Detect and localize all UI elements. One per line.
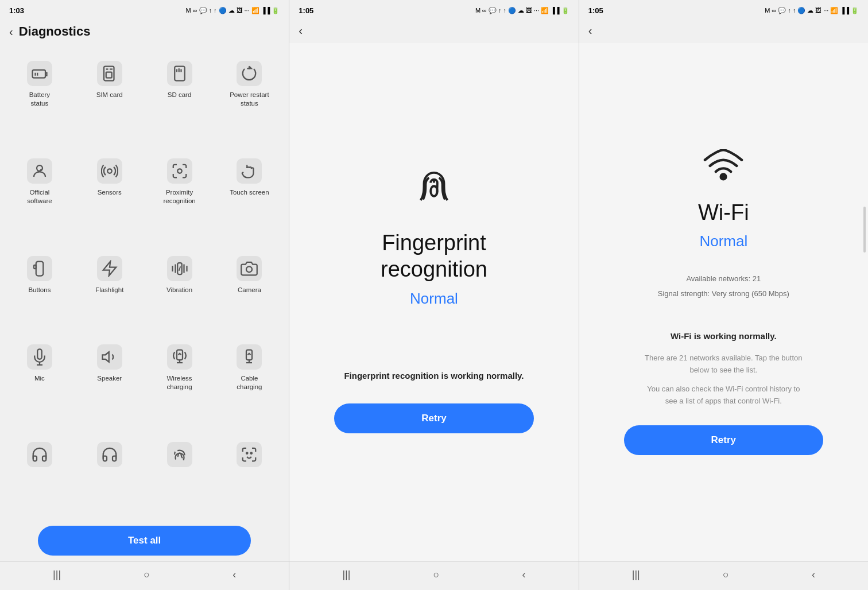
diag-camera[interactable]: Camera (214, 246, 284, 335)
bottom-nav-3: ||| ○ ‹ (579, 561, 868, 590)
back-button-1[interactable]: ‹ (9, 25, 13, 38)
recent-apps-button-3[interactable]: ||| (632, 569, 640, 581)
diag-touch-screen[interactable]: Touch screen (214, 148, 284, 246)
svg-rect-4 (106, 72, 111, 78)
power-restart-icon-box (237, 61, 262, 86)
diag-sim[interactable]: SIM card (75, 51, 145, 148)
wifi-desc-1: There are 21 networks available. Tap the… (643, 352, 804, 376)
diag-fingerprint[interactable] (145, 432, 215, 512)
cable-charging-label: Cablecharging (237, 374, 262, 391)
status-time-1: 1:03 (9, 6, 24, 15)
diag-vibration[interactable]: Vibration (145, 246, 215, 335)
diag-speaker[interactable]: Speaker (75, 334, 145, 432)
wifi-working-text: Wi-Fi is working normally. (671, 331, 777, 341)
wireless-charging-label: Wirelesscharging (167, 374, 192, 391)
official-icon-box (27, 158, 52, 184)
diag-headphones[interactable] (75, 432, 145, 512)
sim-icon-box (97, 61, 122, 86)
home-button[interactable]: ○ (144, 569, 150, 581)
svg-rect-14 (34, 265, 36, 268)
status-time-2: 1:05 (299, 6, 313, 15)
back-nav-button[interactable]: ‹ (232, 569, 236, 581)
earpiece-icon-box (27, 442, 52, 467)
page-title-1: Diagnostics (19, 24, 91, 39)
buttons-icon-box (27, 256, 52, 281)
speaker-icon-box (97, 344, 122, 370)
diag-sensors[interactable]: Sensors (75, 148, 145, 246)
more-icon-2: ··· (534, 7, 539, 14)
flashlight-icon-box (97, 256, 122, 281)
photo-icon-2: 🖼 (526, 7, 532, 14)
diag-sd[interactable]: SD card (145, 51, 215, 148)
svg-rect-7 (175, 67, 185, 81)
touch-screen-label: Touch screen (230, 188, 269, 197)
upload2-icon-3: ↑ (793, 7, 796, 14)
diag-official-software[interactable]: Officialsoftware (5, 148, 75, 246)
fingerprint-working-text: Fingerprint recognition is working norma… (344, 371, 524, 381)
retry-button-3[interactable]: Retry (624, 425, 823, 455)
home-button-3[interactable]: ○ (723, 569, 729, 581)
diag-mic[interactable]: Mic (5, 334, 75, 432)
battery-label: Batterystatus (29, 91, 50, 108)
svg-line-17 (179, 266, 180, 271)
scrollbar-indicator (863, 207, 866, 253)
signal-icon-3: ▐▐ (840, 7, 849, 14)
upload-icon-2: ↑ (498, 7, 502, 14)
retry-button-2[interactable]: Retry (334, 403, 533, 433)
sd-label: SD card (168, 91, 192, 99)
voicemail-icon: ∞ (193, 7, 197, 14)
diag-battery[interactable]: Batterystatus (5, 51, 75, 148)
diag-buttons[interactable]: Buttons (5, 246, 75, 335)
diag-earpiece[interactable] (5, 432, 75, 512)
status-icons-1: M ∞ 💬 ↑ ↑ 🔵 ☁ 🖼 ··· 📶 ▐▐ 🔋 (186, 7, 280, 14)
voicemail-icon-3: ∞ (772, 7, 776, 14)
nav-header-2: ‹ (289, 18, 578, 43)
power-restart-label: Power restartstatus (230, 91, 269, 108)
proximity-label: Proximityrecognition (163, 188, 195, 205)
fingerprint-detail-title: Fingerprintrecognition (381, 230, 487, 282)
fingerprint-icon-box (167, 442, 192, 467)
chat-icon-3: 💬 (778, 7, 786, 14)
back-nav-button-3[interactable]: ‹ (812, 569, 815, 581)
face-icon-box (237, 442, 262, 467)
diag-proximity[interactable]: Proximityrecognition (145, 148, 215, 246)
diag-flashlight[interactable]: Flashlight (75, 246, 145, 335)
mic-icon-box (27, 344, 52, 370)
home-button-2[interactable]: ○ (433, 569, 440, 581)
back-nav-button-2[interactable]: ‹ (522, 569, 526, 581)
bottom-nav-1: ||| ○ ‹ (0, 561, 289, 590)
svg-marker-21 (102, 352, 108, 363)
svg-rect-22 (177, 350, 183, 360)
diag-cable-charging[interactable]: Cablecharging (214, 334, 284, 432)
back-button-3[interactable]: ‹ (588, 24, 592, 37)
panel-fingerprint-detail: 1:05 M ∞ 💬 ↑ ↑ 🔵 ☁ 🖼 ··· 📶 ▐▐ 🔋 ‹ (289, 0, 579, 590)
test-all-button[interactable]: Test all (38, 526, 251, 556)
svg-marker-15 (103, 261, 116, 275)
diag-face-recognition[interactable] (214, 432, 284, 512)
battery-icon-2: 🔋 (561, 7, 569, 14)
status-time-3: 1:05 (588, 6, 603, 15)
back-button-2[interactable]: ‹ (299, 24, 303, 37)
camera-label: Camera (238, 286, 261, 294)
wifi-status: Normal (699, 232, 747, 250)
diag-wireless-charging[interactable]: Wirelesscharging (145, 334, 215, 432)
fingerprint-status: Normal (410, 290, 458, 308)
recent-apps-button[interactable]: ||| (53, 569, 61, 581)
diag-power-restart[interactable]: Power restartstatus (214, 51, 284, 148)
voicemail-icon-2: ∞ (482, 7, 487, 14)
svg-point-18 (246, 266, 252, 272)
proximity-icon-box (167, 158, 192, 184)
detail-content-wifi: Wi-Fi Normal Available networks: 21 Sign… (579, 43, 868, 561)
panel-diagnostics: 1:03 M ∞ 💬 ↑ ↑ 🔵 ☁ 🖼 ··· 📶 ▐▐ 🔋 ‹ Diagno… (0, 0, 289, 590)
status-bar-2: 1:05 M ∞ 💬 ↑ ↑ 🔵 ☁ 🖼 ··· 📶 ▐▐ 🔋 (289, 0, 578, 18)
recent-apps-button-2[interactable]: ||| (342, 569, 350, 581)
svg-rect-25 (246, 350, 252, 360)
sim-label: SIM card (96, 91, 123, 99)
wifi-desc-2: You can also check the Wi-Fi control his… (643, 383, 804, 407)
nav-header-3: ‹ (579, 18, 868, 43)
weather-icon-2: ☁ (518, 7, 524, 14)
weather-icon-3: ☁ (807, 7, 813, 14)
official-software-label: Officialsoftware (27, 188, 52, 205)
wifi-status-icon-2: 📶 (541, 7, 549, 14)
svg-point-31 (721, 174, 726, 179)
